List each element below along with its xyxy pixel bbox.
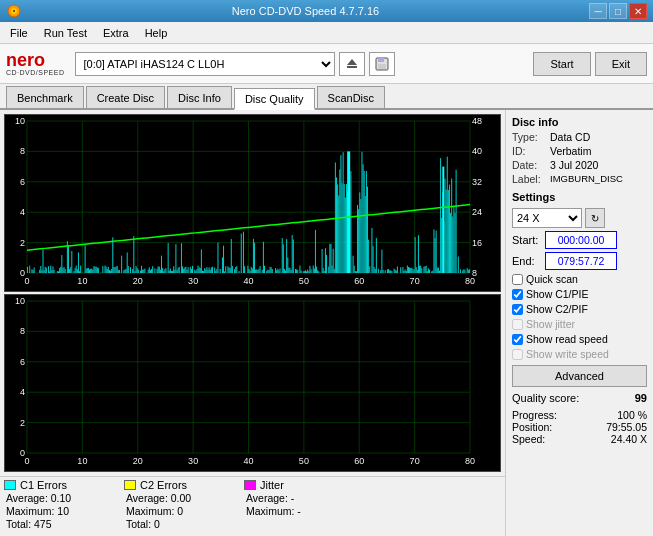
drive-select[interactable]: [0:0] ATAPI iHAS124 C LL0H [75, 52, 335, 76]
show-c2pif-row: Show C2/PIF [512, 303, 647, 315]
progress-row: Progress: 100 % [512, 409, 647, 421]
start-button[interactable]: Start [533, 52, 590, 76]
legend-jitter: Jitter Average: - Maximum: - [244, 479, 344, 517]
quality-score-row: Quality score: 99 [512, 392, 647, 404]
chart2-canvas [5, 295, 500, 471]
save-icon-button[interactable] [369, 52, 395, 76]
svg-rect-4 [347, 66, 357, 68]
svg-rect-7 [378, 64, 386, 69]
progress-value: 100 % [617, 409, 647, 421]
tabs-bar: Benchmark Create Disc Disc Info Disc Qua… [0, 84, 653, 110]
minimize-button[interactable]: ─ [589, 3, 607, 19]
right-panel: Disc info Type: Data CD ID: Verbatim Dat… [505, 110, 653, 536]
c2-total: Total: 0 [124, 518, 224, 530]
end-time-field[interactable]: 079:57.72 [545, 252, 617, 270]
menu-extra[interactable]: Extra [97, 25, 135, 41]
close-button[interactable]: ✕ [629, 3, 647, 19]
svg-point-2 [13, 10, 15, 12]
type-row: Type: Data CD [512, 131, 647, 143]
progress-label: Progress: [512, 409, 557, 421]
menu-help[interactable]: Help [139, 25, 174, 41]
show-jitter-checkbox[interactable] [512, 319, 523, 330]
nero-logo: nero CD·DVD/SPEED [6, 51, 65, 76]
tab-disc-quality[interactable]: Disc Quality [234, 88, 315, 110]
advanced-button[interactable]: Advanced [512, 365, 647, 387]
start-time-label: Start: [512, 234, 542, 246]
legend-c2: C2 Errors Average: 0.00 Maximum: 0 Total… [124, 479, 224, 530]
tab-scandisc[interactable]: ScanDisc [317, 86, 385, 108]
menu-run-test[interactable]: Run Test [38, 25, 93, 41]
show-read-speed-label: Show read speed [526, 333, 608, 345]
svg-rect-6 [378, 58, 384, 62]
show-jitter-row: Show jitter [512, 318, 647, 330]
refresh-button[interactable]: ↻ [585, 208, 605, 228]
date-label: Date: [512, 159, 548, 171]
date-value: 3 Jul 2020 [550, 159, 598, 171]
toolbar: nero CD·DVD/SPEED [0:0] ATAPI iHAS124 C … [0, 44, 653, 84]
speed-value: 24.40 X [611, 433, 647, 445]
maximize-button[interactable]: □ [609, 3, 627, 19]
show-c1pie-checkbox[interactable] [512, 289, 523, 300]
show-c1pie-label: Show C1/PIE [526, 288, 588, 300]
start-time-row: Start: 000:00.00 [512, 231, 647, 249]
c2-maximum: Maximum: 0 [124, 505, 224, 517]
quick-scan-label: Quick scan [526, 273, 578, 285]
menu-bar: File Run Test Extra Help [0, 22, 653, 44]
speed-row-progress: Speed: 24.40 X [512, 433, 647, 445]
menu-file[interactable]: File [4, 25, 34, 41]
tab-benchmark[interactable]: Benchmark [6, 86, 84, 108]
show-c1pie-row: Show C1/PIE [512, 288, 647, 300]
tab-create-disc[interactable]: Create Disc [86, 86, 165, 108]
quick-scan-checkbox[interactable] [512, 274, 523, 285]
disc-label-row: Label: IMGBURN_DISC [512, 173, 647, 185]
show-write-speed-checkbox[interactable] [512, 349, 523, 360]
chart2-container [4, 294, 501, 472]
type-value: Data CD [550, 131, 590, 143]
progress-section: Progress: 100 % Position: 79:55.05 Speed… [512, 409, 647, 445]
start-time-field[interactable]: 000:00.00 [545, 231, 617, 249]
show-write-speed-row: Show write speed [512, 348, 647, 360]
settings-title: Settings [512, 191, 647, 203]
show-c2pif-checkbox[interactable] [512, 304, 523, 315]
title-bar: Nero CD-DVD Speed 4.7.7.16 ─ □ ✕ [0, 0, 653, 22]
nero-logo-text: nero [6, 51, 45, 69]
chart1-canvas [5, 115, 500, 291]
jitter-color-box [244, 480, 256, 490]
label-value: IMGBURN_DISC [550, 173, 623, 185]
quality-score-value: 99 [635, 392, 647, 404]
jitter-average: Average: - [244, 492, 344, 504]
charts-wrapper: C1 Errors Average: 0.10 Maximum: 10 Tota… [0, 110, 505, 536]
end-time-row: End: 079:57.72 [512, 252, 647, 270]
speed-select[interactable]: 24 X [512, 208, 582, 228]
main-content: C1 Errors Average: 0.10 Maximum: 10 Tota… [0, 110, 653, 536]
exit-button[interactable]: Exit [595, 52, 647, 76]
tab-disc-info[interactable]: Disc Info [167, 86, 232, 108]
speed-label: Speed: [512, 433, 545, 445]
date-row: Date: 3 Jul 2020 [512, 159, 647, 171]
legend-area: C1 Errors Average: 0.10 Maximum: 10 Tota… [0, 476, 505, 536]
eject-icon-button[interactable] [339, 52, 365, 76]
show-read-speed-checkbox[interactable] [512, 334, 523, 345]
app-icon [6, 3, 22, 19]
chart1-container [4, 114, 501, 292]
end-time-label: End: [512, 255, 542, 267]
nero-subtitle: CD·DVD/SPEED [6, 69, 65, 76]
quality-score-label: Quality score: [512, 392, 579, 404]
position-label: Position: [512, 421, 552, 433]
show-c2pif-label: Show C2/PIF [526, 303, 588, 315]
window-controls: ─ □ ✕ [589, 3, 647, 19]
position-row: Position: 79:55.05 [512, 421, 647, 433]
label-label: Label: [512, 173, 548, 185]
c1-maximum: Maximum: 10 [4, 505, 104, 517]
disc-info-title: Disc info [512, 116, 647, 128]
charts-inner [0, 110, 505, 476]
legend-c1: C1 Errors Average: 0.10 Maximum: 10 Tota… [4, 479, 104, 530]
c2-color-box [124, 480, 136, 490]
show-jitter-label: Show jitter [526, 318, 575, 330]
jitter-maximum: Maximum: - [244, 505, 344, 517]
svg-marker-3 [347, 59, 357, 65]
jitter-label: Jitter [260, 479, 284, 491]
c1-total: Total: 475 [4, 518, 104, 530]
c2-label: C2 Errors [140, 479, 187, 491]
show-write-speed-label: Show write speed [526, 348, 609, 360]
